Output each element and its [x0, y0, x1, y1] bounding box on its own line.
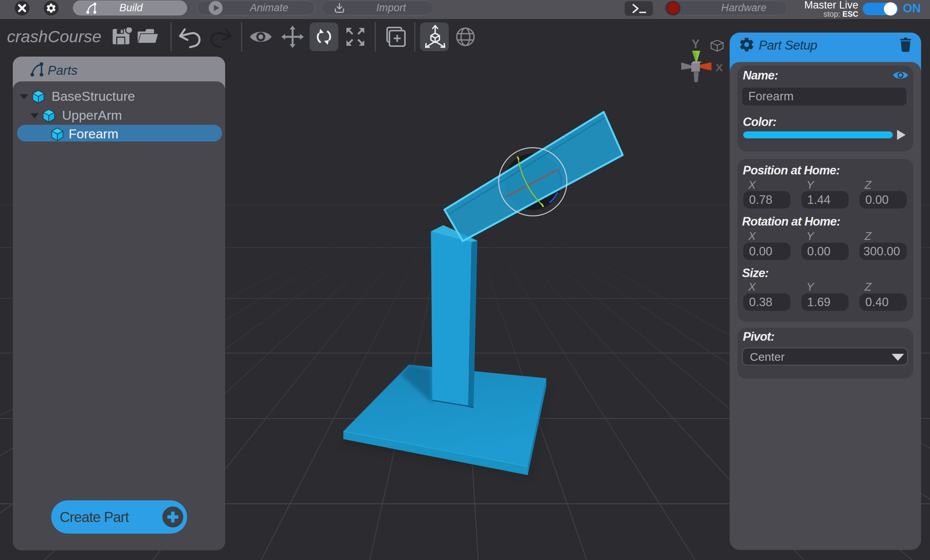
- svg-text:Y: Y: [692, 37, 700, 51]
- svg-text:X: X: [716, 62, 723, 74]
